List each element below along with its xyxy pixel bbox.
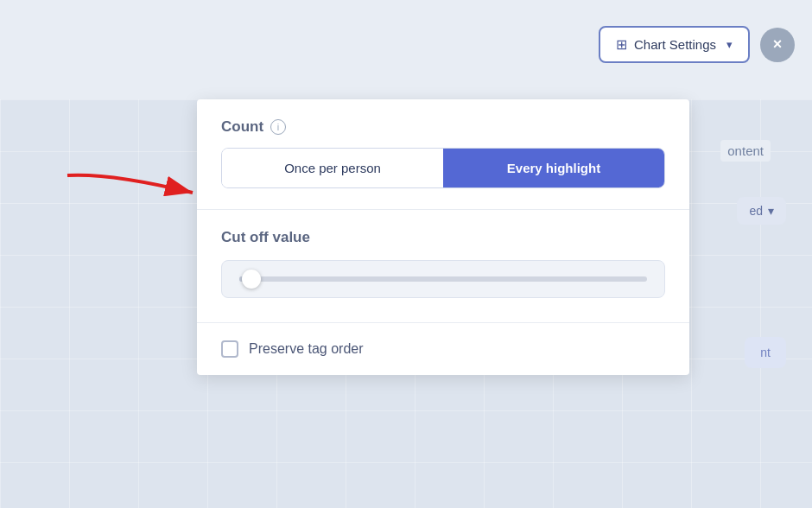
- info-icon[interactable]: i: [270, 119, 286, 135]
- preserve-tag-order-label: Preserve tag order: [249, 341, 364, 357]
- count-label: Count: [221, 118, 263, 136]
- chevron-down-icon: ▾: [726, 38, 733, 51]
- cutoff-label: Cut off value: [221, 229, 665, 246]
- chart-settings-label: Chart Settings: [634, 37, 716, 52]
- preserve-tag-order-checkbox[interactable]: [221, 340, 238, 358]
- settings-icon: ⊞: [616, 36, 627, 53]
- right-dropdown[interactable]: ed ▾: [737, 197, 786, 225]
- preserve-section: Preserve tag order: [197, 323, 689, 375]
- cutoff-section: Cut off value: [197, 210, 689, 323]
- slider-container: [221, 260, 665, 298]
- count-toggle-group: Once per person Every highlight: [221, 148, 665, 188]
- count-label-row: Count i: [221, 118, 665, 136]
- chart-settings-button[interactable]: ⊞ Chart Settings ▾: [599, 26, 750, 63]
- slider-thumb[interactable]: [242, 270, 261, 289]
- once-per-person-button[interactable]: Once per person: [222, 149, 443, 187]
- close-button[interactable]: ×: [760, 28, 795, 62]
- right-content-label: ontent: [720, 140, 771, 162]
- slider-track[interactable]: [239, 276, 647, 282]
- top-bar: ⊞ Chart Settings ▾ ×: [599, 26, 795, 63]
- close-icon: ×: [773, 35, 783, 54]
- right-chevron-icon: ▾: [768, 204, 774, 218]
- right-button[interactable]: nt: [745, 337, 786, 368]
- every-highlight-button[interactable]: Every highlight: [443, 149, 664, 187]
- dropdown-panel: Count i Once per person Every highlight …: [197, 99, 689, 375]
- count-section: Count i Once per person Every highlight: [197, 99, 689, 210]
